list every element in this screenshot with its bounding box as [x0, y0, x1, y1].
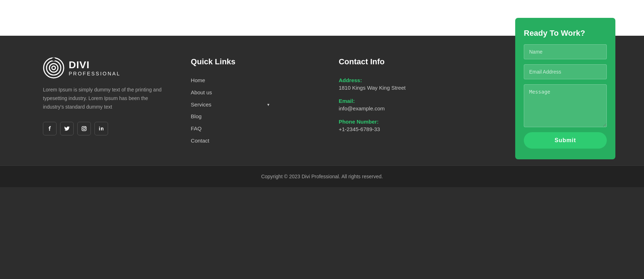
facebook-icon[interactable]	[43, 122, 57, 135]
logo-description: Lorem Ipsum is simply dummy text of the …	[43, 86, 169, 111]
copyright-text: Copyright © 2023 Divi Professional. All …	[261, 174, 383, 179]
list-item: Contact	[191, 138, 317, 144]
list-item: FAQ	[191, 125, 317, 132]
svg-point-7	[85, 127, 86, 128]
contact-info-title: Contact Info	[339, 57, 465, 66]
phone-value: +1-2345-6789-33	[339, 126, 465, 132]
footer-main: Ready To Work? Submit DIVI PROFESS	[0, 36, 644, 165]
list-item: About us	[191, 89, 317, 96]
quick-links-list: Home About us Services ▾ Blog FAQ	[191, 77, 317, 144]
list-item: Home	[191, 77, 317, 84]
services-label: Services	[191, 101, 211, 108]
message-input[interactable]	[524, 84, 607, 127]
logo-text: DIVI PROFESSIONAL	[69, 59, 121, 76]
faq-link[interactable]: FAQ	[191, 125, 201, 131]
address-block: Address: 1810 Kings Way King Street	[339, 77, 465, 91]
quick-links-title: Quick Links	[191, 57, 317, 66]
list-item: Blog	[191, 113, 317, 120]
social-icons	[43, 122, 169, 135]
logo-row: DIVI PROFESSIONAL	[43, 57, 169, 79]
contact-block: Address: 1810 Kings Way King Street Emai…	[339, 77, 465, 132]
instagram-icon[interactable]	[77, 122, 91, 135]
quick-links: Quick Links Home About us Services ▾ Blo…	[191, 57, 317, 144]
logo-name: DIVI	[69, 59, 121, 71]
address-value: 1810 Kings Way King Street	[339, 85, 465, 91]
logo-icon	[43, 57, 64, 79]
submit-button[interactable]: Submit	[524, 132, 607, 149]
phone-block: Phone Number: +1-2345-6789-33	[339, 119, 465, 132]
footer-bottom: Copyright © 2023 Divi Professional. All …	[0, 165, 644, 187]
blog-link[interactable]: Blog	[191, 113, 201, 119]
logo-area: DIVI PROFESSIONAL Lorem Ipsum is simply …	[43, 57, 169, 144]
name-input[interactable]	[524, 44, 607, 59]
linkedin-icon[interactable]	[94, 122, 108, 135]
about-link[interactable]: About us	[191, 89, 212, 95]
logo-subtitle: PROFESSIONAL	[69, 71, 121, 76]
contact-info: Contact Info Address: 1810 Kings Way Kin…	[339, 57, 465, 144]
email-value: info@example.com	[339, 105, 465, 111]
services-link[interactable]: Services ▾	[191, 101, 269, 108]
contact-link[interactable]: Contact	[191, 138, 209, 144]
svg-point-3	[52, 66, 55, 70]
chevron-down-icon: ▾	[267, 102, 269, 107]
contact-form-card: Ready To Work? Submit	[515, 18, 615, 159]
svg-point-2	[49, 64, 58, 72]
twitter-icon[interactable]	[60, 122, 74, 135]
svg-point-6	[83, 128, 85, 130]
email-label: Email:	[339, 98, 465, 104]
list-item: Services ▾	[191, 101, 317, 108]
address-label: Address:	[339, 77, 465, 83]
svg-point-1	[47, 61, 61, 75]
home-link[interactable]: Home	[191, 77, 205, 83]
svg-point-4	[52, 58, 55, 61]
email-input[interactable]	[524, 64, 607, 79]
phone-label: Phone Number:	[339, 119, 465, 125]
form-title: Ready To Work?	[524, 29, 607, 38]
email-block: Email: info@example.com	[339, 98, 465, 111]
